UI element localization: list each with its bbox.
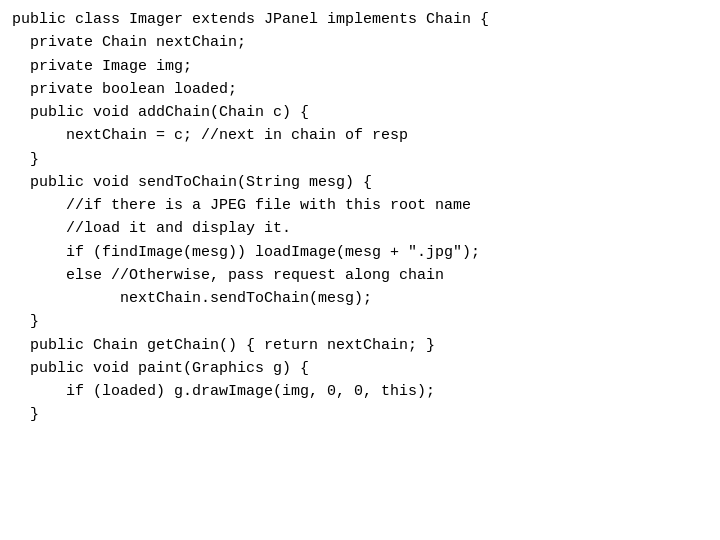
code-line: public class Imager extends JPanel imple… [12,8,708,31]
code-line: private Image img; [12,55,708,78]
code-line: else //Otherwise, pass request along cha… [12,264,708,287]
code-line: } [12,148,708,171]
code-line: //load it and display it. [12,217,708,240]
code-line: private boolean loaded; [12,78,708,101]
code-line: //if there is a JPEG file with this root… [12,194,708,217]
code-line: public void sendToChain(String mesg) { [12,171,708,194]
code-line: public void addChain(Chain c) { [12,101,708,124]
code-line: } [12,403,708,426]
code-block: public class Imager extends JPanel imple… [0,0,720,540]
code-line: nextChain.sendToChain(mesg); [12,287,708,310]
code-line: } [12,310,708,333]
code-line: public Chain getChain() { return nextCha… [12,334,708,357]
code-content: public class Imager extends JPanel imple… [12,8,708,427]
code-line: private Chain nextChain; [12,31,708,54]
code-line: if (findImage(mesg)) loadImage(mesg + ".… [12,241,708,264]
code-line: public void paint(Graphics g) { [12,357,708,380]
code-line: nextChain = c; //next in chain of resp [12,124,708,147]
code-line: if (loaded) g.drawImage(img, 0, 0, this)… [12,380,708,403]
